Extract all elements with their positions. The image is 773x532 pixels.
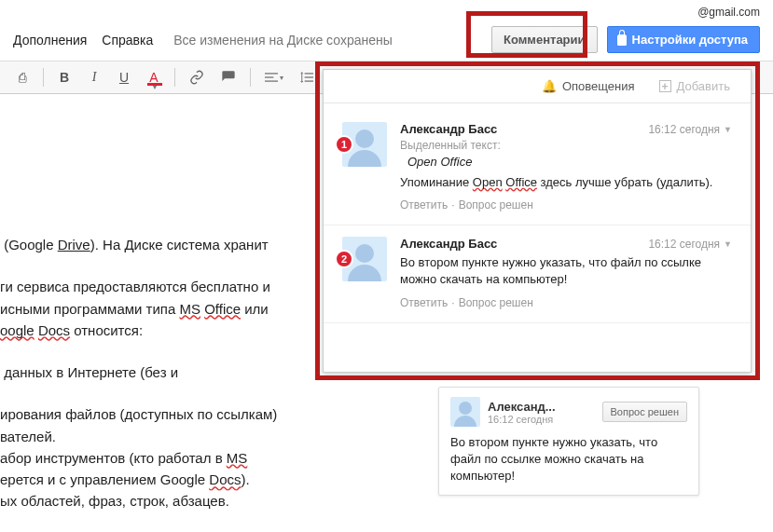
toolbar-separator bbox=[250, 68, 251, 87]
italic-button[interactable]: I bbox=[81, 65, 107, 89]
comment-author: Александр Басс bbox=[400, 237, 497, 251]
comment-text: Во втором пункте нужно указать, что файл… bbox=[450, 434, 687, 485]
comment-thread[interactable]: 1 Александр Басс 16:12 сегодня ▼ Выделен… bbox=[324, 111, 751, 225]
doc-text: Docs bbox=[209, 471, 241, 487]
svg-rect-2 bbox=[265, 81, 278, 82]
doc-text: Office bbox=[204, 301, 241, 317]
doc-text: MS bbox=[179, 301, 200, 317]
resolve-link[interactable]: Вопрос решен bbox=[459, 296, 533, 309]
align-button[interactable] bbox=[258, 65, 290, 89]
toolbar-separator bbox=[174, 68, 175, 87]
svg-rect-3 bbox=[305, 73, 313, 74]
comment-time-label: 16:12 сегодня bbox=[648, 238, 720, 251]
avatar bbox=[450, 397, 480, 427]
doc-text: относится: bbox=[70, 322, 143, 338]
comment-text: Упоминание Open Office здесь лучше убрат… bbox=[400, 174, 732, 191]
svg-rect-0 bbox=[265, 73, 278, 74]
notifications-tab[interactable]: 🔔 Оповещения bbox=[542, 79, 635, 93]
doc-text: ). На Диске система хранит bbox=[90, 237, 269, 252]
svg-rect-5 bbox=[305, 81, 313, 82]
doc-text: oogle bbox=[0, 322, 35, 338]
link-button[interactable] bbox=[183, 65, 211, 89]
resolve-link[interactable]: Вопрос решен bbox=[459, 198, 533, 211]
comment-insert-button[interactable] bbox=[214, 65, 242, 89]
doc-text: Docs bbox=[38, 322, 70, 338]
reply-link[interactable]: Ответить bbox=[400, 198, 448, 211]
doc-text: MS bbox=[227, 450, 248, 466]
comment-time-label: 16:12 сегодня bbox=[648, 123, 720, 136]
bold-button[interactable]: B bbox=[51, 65, 77, 89]
comment-thread[interactable]: 2 Александр Басс 16:12 сегодня ▼ Во втор… bbox=[324, 225, 751, 322]
comments-button[interactable]: Комментарии bbox=[491, 26, 598, 53]
resolve-button[interactable]: Вопрос решен bbox=[602, 402, 687, 422]
comment-time: 16:12 сегодня bbox=[488, 414, 556, 425]
lock-icon bbox=[617, 34, 627, 46]
comment-text: Во втором пункте нужно указать, что файл… bbox=[400, 254, 732, 288]
add-comment-tab[interactable]: + Добавить bbox=[659, 79, 730, 93]
menu-help[interactable]: Справка bbox=[102, 33, 153, 48]
selected-text: Open Office bbox=[407, 155, 732, 169]
comment-card[interactable]: Александ... 16:12 сегодня Вопрос решен В… bbox=[438, 387, 699, 496]
notifications-label: Оповещения bbox=[562, 79, 635, 93]
selected-text-label: Выделенный текст: bbox=[400, 139, 732, 152]
doc-text: ). bbox=[241, 471, 249, 487]
comment-time[interactable]: 16:12 сегодня ▼ bbox=[648, 123, 732, 136]
svg-rect-1 bbox=[265, 76, 273, 77]
doc-text: или bbox=[241, 301, 269, 317]
comment-author: Александр Басс bbox=[400, 122, 497, 136]
text-color-button[interactable]: A bbox=[141, 65, 167, 89]
plus-icon: + bbox=[659, 80, 671, 92]
avatar: 1 bbox=[342, 122, 387, 167]
underline-button[interactable]: U bbox=[111, 65, 137, 89]
thread-badge: 2 bbox=[335, 250, 353, 268]
doc-text: ерется и с управлением Google bbox=[0, 471, 209, 487]
linespacing-button[interactable] bbox=[294, 65, 325, 89]
chevron-down-icon: ▼ bbox=[724, 239, 732, 249]
doc-text: исными программами типа bbox=[0, 301, 179, 317]
comment-author: Александ... bbox=[488, 400, 556, 414]
comments-panel: 🔔 Оповещения + Добавить 1 Александр Басс… bbox=[323, 69, 752, 373]
bell-icon: 🔔 bbox=[542, 79, 557, 93]
print-button[interactable]: ⎙ bbox=[9, 65, 35, 89]
menu-addons[interactable]: Дополнения bbox=[13, 33, 87, 48]
doc-text: (Google bbox=[0, 237, 58, 252]
add-label: Добавить bbox=[677, 79, 730, 93]
thread-badge: 1 bbox=[335, 135, 353, 154]
svg-rect-4 bbox=[305, 76, 313, 77]
share-button[interactable]: Настройки доступа bbox=[607, 26, 760, 53]
share-button-label: Настройки доступа bbox=[632, 33, 748, 47]
comment-time[interactable]: 16:12 сегодня ▼ bbox=[648, 238, 732, 251]
avatar: 2 bbox=[342, 237, 387, 281]
save-status: Все изменения на Диске сохранены bbox=[173, 33, 393, 48]
doc-text: абор инструментов (кто работал в bbox=[0, 450, 227, 466]
doc-text: Drive bbox=[58, 237, 90, 252]
chevron-down-icon: ▼ bbox=[724, 125, 732, 134]
reply-link[interactable]: Ответить bbox=[400, 296, 448, 309]
user-email[interactable]: @gmail.com bbox=[697, 6, 760, 19]
toolbar-separator bbox=[43, 68, 44, 87]
